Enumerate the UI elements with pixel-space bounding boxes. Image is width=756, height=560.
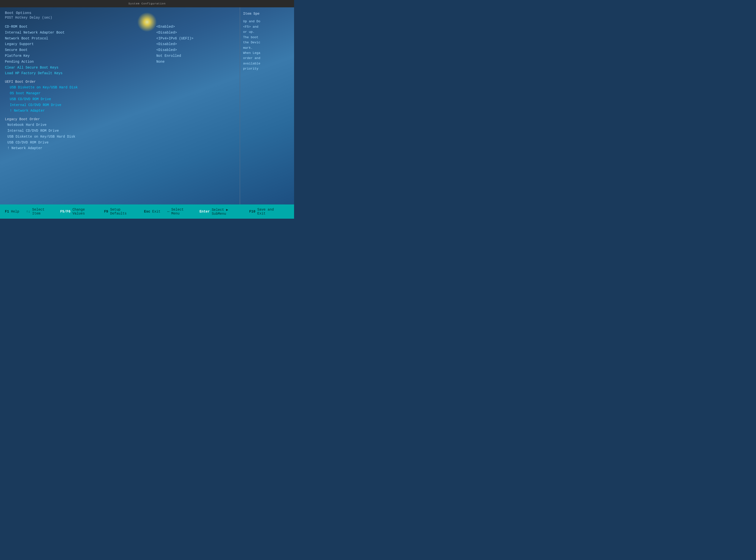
value-secureboot: <Disabled> bbox=[156, 47, 235, 53]
help-line-3: or up. bbox=[243, 29, 291, 35]
legacy-item-4[interactable]: USB CD/DVD ROM Drive bbox=[7, 140, 235, 146]
legacy-label-5: ! Network Adapter bbox=[7, 145, 42, 151]
menu-item-secureboot[interactable]: Secure Boot bbox=[5, 47, 156, 53]
clearkeys-label: Clear All Secure Boot Keys bbox=[5, 66, 58, 69]
legacy-item-2[interactable]: Internal CD/DVD ROM Drive bbox=[7, 128, 235, 134]
legacy-label: Legacy Support bbox=[5, 41, 34, 47]
menu-item-clearkeys[interactable]: Clear All Secure Boot Keys bbox=[5, 65, 156, 71]
menu-item-netadapter[interactable]: Internal Network Adapter Boot bbox=[5, 30, 156, 36]
help-panel: Item Spe Up and Do <F5> and or up. The b… bbox=[240, 7, 294, 204]
legacy-label-1: Notebook Hard Drive bbox=[7, 122, 46, 128]
leftright-key: ↔ bbox=[167, 209, 169, 214]
legacy-boot-list: Notebook Hard Drive Internal CD/DVD ROM … bbox=[5, 122, 235, 151]
loadkeys-label: Load HP Factory Default Keys bbox=[5, 71, 62, 75]
leftright-desc: Select Menu bbox=[171, 208, 193, 216]
esc-desc: Exit bbox=[152, 209, 160, 214]
help-line-2: <F5> and bbox=[243, 24, 291, 29]
netprotocol-label: Network Boot Protocol bbox=[5, 36, 48, 42]
legacy-label-2: Internal CD/DVD ROM Drive bbox=[7, 128, 59, 134]
f1-desc: Help bbox=[11, 209, 19, 214]
legacy-label-4: USB CD/DVD ROM Drive bbox=[7, 140, 49, 146]
secureboot-label: Secure Boot bbox=[5, 47, 27, 53]
help-line-8: order and bbox=[243, 56, 291, 61]
f10-key: F10 bbox=[249, 209, 255, 214]
help-text: Up and Do <F5> and or up. The boot the D… bbox=[243, 19, 291, 71]
help-line-6: mark. bbox=[243, 45, 291, 51]
value-pending: None bbox=[156, 59, 235, 65]
help-line-5: the Devic bbox=[243, 40, 291, 45]
updown-desc: Select Item bbox=[32, 208, 53, 216]
status-select-menu: ↔ Select Menu bbox=[167, 208, 193, 216]
pending-label: Pending Action bbox=[5, 59, 34, 65]
value-netprotocol: <IPv4+IPv6 (UEFI)> bbox=[156, 36, 235, 42]
uefi-label-1: USB Diskette on Key/USB Hard Disk bbox=[10, 85, 78, 89]
status-esc: Esc Exit bbox=[144, 209, 160, 214]
top-bar-title: System Configuration bbox=[129, 2, 166, 5]
enter-desc: Select ▶ SubMenu bbox=[212, 208, 243, 216]
f1-key: F1 bbox=[5, 209, 9, 214]
uefi-item-3[interactable]: USB CD/DVD ROM Drive bbox=[10, 97, 235, 102]
value-legacy: <Disabled> bbox=[156, 41, 235, 47]
uefi-item-1[interactable]: USB Diskette on Key/USB Hard Disk bbox=[10, 85, 235, 91]
help-line-1: Up and Do bbox=[243, 19, 291, 24]
f5f6-desc: Change Values bbox=[73, 208, 97, 216]
menu-item-pending[interactable]: Pending Action bbox=[5, 59, 156, 65]
help-line-7: When Lega bbox=[243, 51, 291, 56]
menu-item-cdrom[interactable]: CD-ROM Boot bbox=[5, 24, 156, 30]
help-title: Item Spe bbox=[243, 11, 291, 16]
main-area: Boot Options POST Hotkey Delay (sec) CD-… bbox=[0, 7, 294, 204]
enter-key: Enter bbox=[199, 209, 210, 214]
help-line-4: The boot bbox=[243, 35, 291, 40]
menu-values: <Enabled> <Disabled> <IPv4+IPv6 (UEFI)> … bbox=[156, 24, 235, 76]
menu-items-area: CD-ROM Boot Internal Network Adapter Boo… bbox=[5, 24, 235, 76]
bios-screen: System Configuration Boot Options POST H… bbox=[0, 0, 294, 219]
uefi-label-3: USB CD/DVD ROM Drive bbox=[10, 97, 51, 101]
status-select-item: ↑↓ Select Item bbox=[26, 208, 53, 216]
menu-labels: CD-ROM Boot Internal Network Adapter Boo… bbox=[5, 24, 156, 76]
status-bar: F1 Help ↑↓ Select Item F5/F6 Change Valu… bbox=[0, 204, 294, 219]
subsection-header: POST Hotkey Delay (sec) bbox=[5, 16, 235, 20]
f9-key: F9 bbox=[104, 209, 108, 214]
uefi-item-2[interactable]: OS boot Manager bbox=[10, 91, 235, 97]
legacy-item-5[interactable]: ! Network Adapter bbox=[7, 145, 235, 151]
status-f9: F9 Setup Defaults bbox=[104, 208, 137, 216]
menu-item-netprotocol[interactable]: Network Boot Protocol bbox=[5, 36, 156, 42]
status-enter: Enter Select ▶ SubMenu bbox=[199, 208, 243, 216]
f10-desc: Save and Exit bbox=[257, 208, 282, 216]
status-f10: F10 Save and Exit bbox=[249, 208, 282, 216]
help-line-9: available bbox=[243, 61, 291, 66]
updown-key: ↑↓ bbox=[26, 209, 30, 214]
value-platformkey: Not Enrolled bbox=[156, 53, 235, 59]
top-bar: System Configuration bbox=[0, 0, 294, 7]
cdrom-label: CD-ROM Boot bbox=[5, 24, 27, 30]
legacy-item-1[interactable]: Notebook Hard Drive bbox=[7, 122, 235, 128]
uefi-item-5[interactable]: ! Network Adapter bbox=[10, 108, 235, 114]
menu-item-loadkeys[interactable]: Load HP Factory Default Keys bbox=[5, 71, 156, 76]
value-cdrom: <Enabled> bbox=[156, 24, 235, 30]
menu-item-legacy[interactable]: Legacy Support bbox=[5, 41, 156, 47]
menu-item-platformkey[interactable]: Platform Key bbox=[5, 53, 156, 59]
status-f5f6: F5/F6 Change Values bbox=[60, 208, 97, 216]
esc-key: Esc bbox=[144, 209, 150, 214]
uefi-label-4: Internal CD/DVD ROM Drive bbox=[10, 103, 61, 107]
f9-desc: Setup Defaults bbox=[110, 208, 137, 216]
uefi-boot-header: UEFI Boot Order bbox=[5, 80, 235, 84]
uefi-label-2: OS boot Manager bbox=[10, 91, 41, 95]
section-header: Boot Options bbox=[5, 11, 235, 15]
status-f1: F1 Help bbox=[5, 209, 19, 214]
netadapter-label: Internal Network Adapter Boot bbox=[5, 30, 65, 36]
uefi-boot-list: USB Diskette on Key/USB Hard Disk OS boo… bbox=[5, 85, 235, 114]
platformkey-label: Platform Key bbox=[5, 53, 30, 59]
uefi-item-4[interactable]: Internal CD/DVD ROM Drive bbox=[10, 102, 235, 108]
f5f6-key: F5/F6 bbox=[60, 209, 71, 214]
legacy-boot-header: Legacy Boot Order bbox=[5, 117, 235, 121]
legacy-label-3: USB Diskette on Key/USB Hard Disk bbox=[7, 134, 75, 140]
legacy-item-3[interactable]: USB Diskette on Key/USB Hard Disk bbox=[7, 134, 235, 140]
uefi-label-5: ! Network Adapter bbox=[10, 109, 45, 113]
left-panel: Boot Options POST Hotkey Delay (sec) CD-… bbox=[0, 7, 240, 204]
value-netadapter: <Disabled> bbox=[156, 30, 235, 36]
help-line-10: priority bbox=[243, 66, 291, 71]
